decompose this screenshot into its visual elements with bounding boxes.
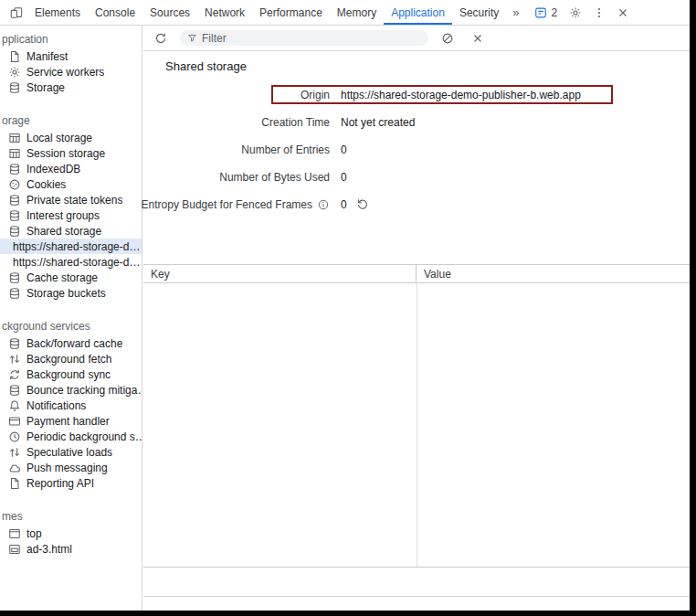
tab-application[interactable]: Application [384,0,452,25]
clear-button[interactable] [437,27,459,49]
sidebar-item-bounce-tracking-mitiga[interactable]: Bounce tracking mitiga… [0,382,142,398]
tab-sources[interactable]: Sources [142,0,197,25]
panel-toolbar: Filter [143,26,690,51]
sidebar-item-interest-groups[interactable]: Interest groups [0,207,142,223]
database-icon [8,194,21,207]
settings-button[interactable] [564,2,586,24]
sidebar-item-session-storage[interactable]: Session storage [0,145,142,161]
sidebar-item-label: Local storage [26,132,92,144]
sidebar-item-https-shared-storage-d[interactable]: https://shared-storage-d… [0,239,142,254]
application-sidebar: pplicationManifestService workersStorage… [0,26,142,611]
metadata-row-origin: Originhttps://shared-storage-demo-publis… [143,81,690,109]
database-icon [8,337,21,350]
sidebar-item-local-storage[interactable]: Local storage [0,130,142,145]
close-icon [471,32,484,45]
refresh-icon [154,32,167,45]
database-icon [8,81,21,94]
arrows-up-down-icon [8,353,21,366]
metadata-row-number-of-bytes-used: Number of Bytes Used0 [143,164,690,191]
sidebar-item-periodic-background-s[interactable]: Periodic background s… [0,429,142,444]
bell-icon [8,399,21,412]
sidebar-section-header: ckground services [0,317,142,335]
toggle-device-toolbar-button[interactable] [5,2,27,24]
metadata-label: Origin [149,89,330,101]
sidebar-item-speculative-loads[interactable]: Speculative loads [0,444,142,460]
storage-items-grid: Key Value [143,264,690,568]
sidebar-item-storage[interactable]: Storage [0,80,142,95]
reset-budget-icon[interactable] [356,198,369,211]
sidebar-item-label: Storage buckets [26,287,106,300]
close-view-button[interactable] [467,27,489,49]
sidebar-item-https-shared-storage-d[interactable]: https://shared-storage-d… [0,254,142,270]
metadata-label-text: Origin [301,89,330,101]
sidebar-section-header: orage [0,112,142,130]
database-icon [8,225,21,238]
kebab-menu-button[interactable] [588,2,610,24]
info-icon[interactable] [317,198,330,211]
sidebar-item-label: Reporting API [26,477,94,490]
sidebar-item-label: Cookies [26,178,66,191]
sidebar-item-payment-handler[interactable]: Payment handler [0,413,142,429]
sidebar-item-label: ad-3.html [26,543,72,556]
shared-storage-panel: Filter Shared storage Originhttps://shar… [143,26,690,611]
devtools-window: ElementsConsoleSourcesNetworkPerformance… [0,0,696,616]
arrows-up-down-icon [8,446,21,459]
sidebar-item-background-sync[interactable]: Background sync [0,366,142,382]
iframe-icon [8,543,21,556]
device-toolbar-icon [10,6,23,19]
tab-memory[interactable]: Memory [330,0,384,25]
sidebar-section-header: mes [0,507,142,526]
close-icon [617,6,629,19]
sidebar-item-service-workers[interactable]: Service workers [0,64,142,80]
document-icon [8,50,21,63]
metadata-value: 0 [341,171,347,184]
tab-network[interactable]: Network [197,0,252,25]
sidebar-item-push-messaging[interactable]: Push messaging [0,460,142,475]
sidebar-item-label: Bounce tracking mitiga… [26,384,142,397]
database-icon [8,163,21,175]
sidebar-item-top[interactable]: top [0,526,142,541]
sidebar-item-notifications[interactable]: Notifications [0,398,142,413]
column-header-key[interactable]: Key [143,265,417,282]
sidebar-item-cache-storage[interactable]: Cache storage [0,270,142,285]
sidebar-item-label: Notifications [26,399,86,412]
kebab-menu-icon [593,6,606,19]
more-tabs-button[interactable]: » [506,5,525,19]
metadata-label-text: Number of Entries [241,143,330,156]
sidebar-item-storage-buckets[interactable]: Storage buckets [0,285,142,301]
sidebar-item-ad-3-html[interactable]: ad-3.html [0,541,142,557]
sidebar-item-label: Session storage [26,147,105,160]
sidebar-item-label: https://shared-storage-d… [13,256,140,269]
column-divider [417,283,417,567]
sidebar-item-background-fetch[interactable]: Background fetch [0,351,142,366]
sidebar-item-label: IndexedDB [26,163,80,175]
metadata-label-text: Creation Time [261,116,330,129]
issues-icon [534,6,547,19]
refresh-button[interactable] [150,27,172,49]
column-header-value[interactable]: Value [417,265,690,282]
sidebar-item-private-state-tokens[interactable]: Private state tokens [0,192,142,207]
sidebar-item-reporting-api[interactable]: Reporting API [0,475,142,491]
clock-icon [8,430,21,443]
sidebar-item-shared-storage[interactable]: Shared storage [0,223,142,239]
tab-elements[interactable]: Elements [27,0,88,25]
tab-security[interactable]: Security [452,0,506,25]
sidebar-item-back-forward-cache[interactable]: Back/forward cache [0,335,142,351]
tab-performance[interactable]: Performance [252,0,330,25]
issues-button[interactable]: 2 [529,6,563,19]
service-worker-icon [8,66,21,79]
table-icon [8,147,21,160]
sidebar-item-indexeddb[interactable]: IndexedDB [0,161,142,176]
sidebar-item-manifest[interactable]: Manifest [0,48,142,64]
sidebar-item-label: Manifest [26,50,68,63]
metadata-value: 0 [341,198,347,211]
filter-input[interactable]: Filter [180,30,428,46]
sidebar-item-cookies[interactable]: Cookies [0,176,142,192]
close-devtools-button[interactable] [612,2,634,24]
gear-icon [569,6,582,19]
sidebar-item-label: Private state tokens [26,194,122,207]
sidebar-item-label: Shared storage [26,225,101,238]
tab-console[interactable]: Console [88,0,142,25]
sidebar-item-label: Interest groups [26,209,100,222]
panel-bottom-divider [143,596,690,597]
